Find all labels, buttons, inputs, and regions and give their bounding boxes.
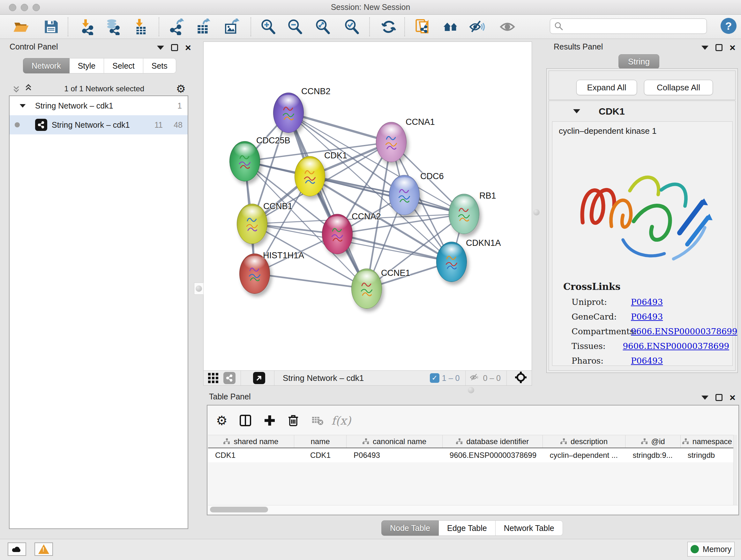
crosslink-link[interactable]: 9606.ENSP00000378699: [631, 327, 737, 336]
column-header-canonical-name[interactable]: canonical name: [347, 435, 443, 448]
scrollbar-thumb[interactable]: [210, 507, 268, 512]
node-CDC25B[interactable]: [229, 141, 260, 181]
memory-button[interactable]: Memory: [687, 542, 735, 557]
node-CCNE1[interactable]: [351, 268, 382, 309]
node-CDC6[interactable]: [389, 175, 420, 215]
tab-select[interactable]: Select: [104, 58, 143, 73]
search-box[interactable]: [550, 18, 707, 34]
column-header-description[interactable]: description: [543, 435, 626, 448]
gene-header-row[interactable]: CDK1: [549, 106, 735, 121]
tab-sets[interactable]: Sets: [143, 58, 176, 73]
clone-network-icon[interactable]: [414, 18, 432, 36]
column-header-namespace[interactable]: namespace: [681, 435, 734, 448]
panel-menu-icon[interactable]: [157, 46, 164, 50]
expand-all-icon[interactable]: [25, 84, 32, 93]
crosshair-icon[interactable]: [515, 371, 527, 385]
collapse-all-icon[interactable]: [13, 84, 20, 93]
node-RB1[interactable]: [449, 194, 479, 234]
node-CCNB2[interactable]: [273, 92, 304, 133]
network-canvas[interactable]: CCNB2CCNA1CDC25BCDK1CDC6RB1CCNB1CCNA2CDK…: [203, 42, 532, 370]
close-panel-icon[interactable]: ×: [730, 394, 736, 401]
delete-table-icon[interactable]: [309, 412, 326, 429]
create-column-plus-icon[interactable]: [261, 412, 278, 429]
delete-column-trash-icon[interactable]: [285, 412, 302, 429]
zoom-in-icon[interactable]: [259, 18, 277, 36]
float-panel-icon[interactable]: [716, 44, 723, 51]
network-row[interactable]: String Network – cdk1 11 48: [10, 115, 188, 134]
show-all-eye-icon[interactable]: [498, 18, 516, 36]
crosslink-link[interactable]: P06493: [631, 312, 663, 321]
cell-description[interactable]: cyclin–dependent ...: [542, 448, 625, 462]
collapse-all-button[interactable]: Collapse All: [644, 80, 713, 95]
edge-HIST1H1A-CCNE1[interactable]: [255, 273, 367, 289]
refresh-layout-icon[interactable]: [380, 18, 398, 36]
panel-menu-icon[interactable]: [701, 46, 709, 50]
column-header-shared-name[interactable]: shared name: [208, 435, 294, 448]
table-vertical-scrollbar[interactable]: [733, 435, 737, 508]
birdseye-grid-icon[interactable]: [207, 369, 219, 387]
table-options-gear-icon[interactable]: ⚙: [213, 412, 230, 429]
column-header-database-identifier[interactable]: database identifier: [443, 435, 543, 448]
node-CCNA1[interactable]: [376, 122, 407, 162]
open-in-window-icon[interactable]: [253, 372, 265, 384]
edge-CCNB2-CCNE1[interactable]: [288, 113, 367, 289]
export-table-icon[interactable]: [194, 18, 212, 36]
crosslink-link[interactable]: P06493: [631, 297, 663, 307]
show-columns-icon[interactable]: [237, 412, 254, 429]
cell-shared-name[interactable]: CDK1: [208, 448, 294, 462]
zoom-out-icon[interactable]: [286, 18, 304, 36]
cloud-button[interactable]: [8, 543, 26, 556]
tab-style[interactable]: Style: [70, 58, 105, 73]
cell-namespace[interactable]: stringdb: [681, 448, 734, 462]
import-network-file-icon[interactable]: [78, 18, 96, 36]
float-panel-icon[interactable]: [716, 394, 723, 401]
close-panel-icon[interactable]: ×: [185, 44, 191, 51]
node-CCNB1[interactable]: [237, 204, 267, 244]
network-options-gear-icon[interactable]: ⚙: [176, 82, 186, 95]
selected-checkbox-icon[interactable]: ✓: [430, 373, 440, 383]
warnings-button[interactable]: [35, 543, 53, 556]
collapse-gene-icon[interactable]: [573, 109, 580, 113]
node-CCNA2[interactable]: [322, 214, 353, 254]
network-collection-row[interactable]: String Network – cdk1 1: [10, 96, 188, 115]
crosslink-link[interactable]: P06493: [631, 356, 663, 366]
cell-canonical-name[interactable]: P06493: [347, 448, 443, 462]
open-file-icon[interactable]: [12, 18, 30, 36]
cell-@id[interactable]: stringdb:9...: [625, 448, 680, 462]
node-CDK1[interactable]: [294, 156, 325, 196]
splitter-handle-right[interactable]: [533, 209, 540, 215]
hidden-eye-icon[interactable]: [469, 372, 480, 384]
splitter-handle-left[interactable]: [194, 283, 204, 295]
splitter-handle-bottom[interactable]: [468, 387, 474, 393]
close-panel-icon[interactable]: ×: [730, 44, 736, 51]
export-network-icon[interactable]: [167, 18, 185, 36]
export-image-icon[interactable]: [222, 18, 240, 36]
crosslink-link[interactable]: 9606.ENSP00000378699: [623, 341, 729, 351]
panel-menu-icon[interactable]: [701, 395, 709, 400]
table-row[interactable]: CDK1CDK1P064939606.ENSP00000378699cyclin…: [208, 448, 734, 462]
tab-network[interactable]: Network: [23, 58, 70, 73]
tab-node-table[interactable]: Node Table: [381, 520, 439, 536]
function-builder-icon[interactable]: f(x): [333, 412, 350, 429]
table-horizontal-scrollbar[interactable]: [208, 505, 738, 513]
save-session-icon[interactable]: [42, 18, 60, 36]
float-panel-icon[interactable]: [171, 44, 178, 51]
tab-network-table[interactable]: Network Table: [495, 520, 563, 536]
column-header-name[interactable]: name: [294, 435, 347, 448]
search-input[interactable]: [563, 22, 701, 30]
zoom-selected-icon[interactable]: [343, 18, 361, 36]
cell-database-identifier[interactable]: 9606.ENSP00000378699: [443, 448, 543, 462]
help-button[interactable]: ?: [721, 18, 737, 34]
hide-selected-eye-icon[interactable]: [468, 18, 486, 36]
tab-edge-table[interactable]: Edge Table: [439, 520, 495, 536]
tab-string[interactable]: String: [618, 54, 659, 69]
node-CDKN1A[interactable]: [436, 242, 467, 282]
import-table-icon[interactable]: [131, 18, 149, 36]
collapse-collection-icon[interactable]: [20, 104, 26, 107]
cell-name[interactable]: CDK1: [294, 448, 347, 462]
string-badge-icon[interactable]: [223, 372, 235, 384]
home-pages-icon[interactable]: [442, 18, 460, 36]
column-header-@id[interactable]: @id: [625, 435, 680, 448]
zoom-fit-icon[interactable]: [314, 18, 332, 36]
expand-all-button[interactable]: Expand All: [576, 80, 637, 95]
